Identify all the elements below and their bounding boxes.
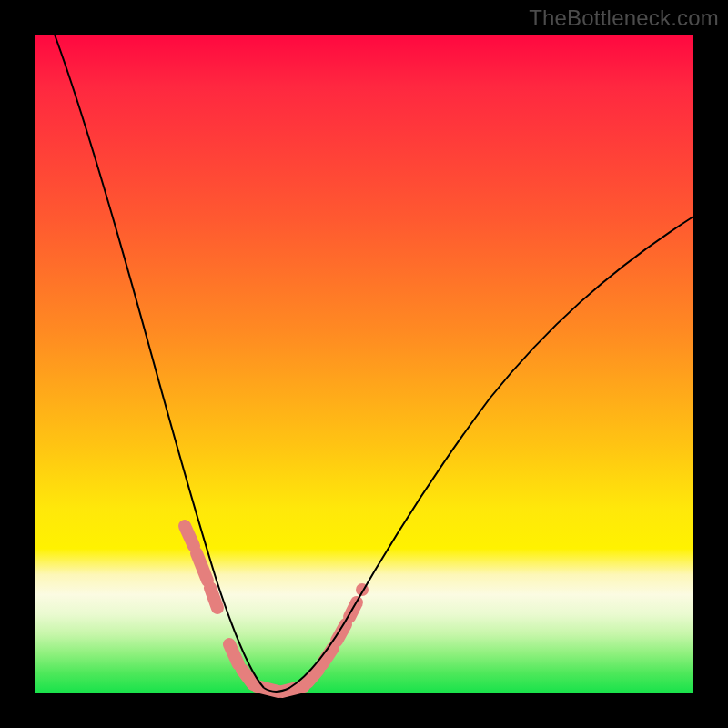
highlight-floor-2 (242, 670, 253, 684)
curve-layer (35, 35, 693, 693)
watermark-text: TheBottleneck.com (529, 5, 719, 31)
highlight-group (185, 526, 369, 692)
highlight-right-2 (322, 648, 333, 664)
highlight-left-2 (197, 553, 207, 581)
highlight-left-3 (210, 588, 217, 608)
highlight-left-1 (185, 526, 194, 546)
curve-right-branch (264, 217, 693, 692)
highlight-floor-1 (229, 644, 238, 664)
plot-area (35, 35, 693, 693)
chart-frame: TheBottleneck.com (0, 0, 728, 728)
curve-left-branch (55, 35, 264, 688)
